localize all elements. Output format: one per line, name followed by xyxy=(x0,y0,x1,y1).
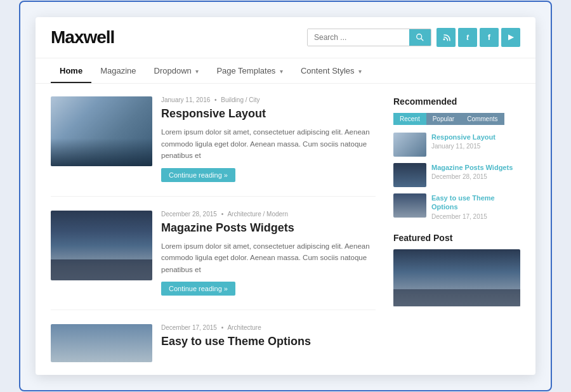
site-nav: Home Magazine Dropdown ▾ Page Templates … xyxy=(36,58,535,84)
sidebar: Recommended Recent Popular Comments Resp… xyxy=(393,96,520,362)
svg-point-2 xyxy=(443,39,445,41)
sidebar-post-2-date: December 28, 2015 xyxy=(431,173,520,180)
search-icon xyxy=(416,33,424,42)
sidebar-post-1: Responsive Layout January 11, 2015 xyxy=(393,133,520,157)
site-logo: Maxwell xyxy=(51,27,114,48)
nav-list: Home Magazine Dropdown ▾ Page Templates … xyxy=(51,58,520,83)
meta-separator: • xyxy=(221,324,224,331)
featured-thumbnail xyxy=(393,249,520,306)
post-1-category: Building / City xyxy=(221,96,259,103)
tab-recent[interactable]: Recent xyxy=(393,113,426,125)
tab-comments[interactable]: Comments xyxy=(461,113,504,125)
dropdown-arrow: ▾ xyxy=(195,68,199,75)
post-2-meta: December 28, 2015 • Architecture / Moder… xyxy=(161,211,376,218)
recommended-title: Recommended xyxy=(393,96,520,107)
nav-item-page-templates[interactable]: Page Templates ▾ xyxy=(207,58,292,83)
sidebar-post-3-title[interactable]: Easy to use Theme Options xyxy=(431,193,520,212)
sidebar-post-3-info: Easy to use Theme Options December 17, 2… xyxy=(431,193,520,220)
site-header: Maxwell xyxy=(36,17,535,58)
post-2-excerpt: Lorem ipsum dolor sit amet, consectetuer… xyxy=(161,240,376,275)
featured-section: Featured Post xyxy=(393,233,520,306)
search-input[interactable] xyxy=(308,29,409,46)
post-3-meta: December 17, 2015 • Architecture xyxy=(161,324,311,331)
post-2-body: December 28, 2015 • Architecture / Moder… xyxy=(161,211,376,296)
post-2-category: Architecture / Modern xyxy=(227,211,288,218)
browser-window: Maxwell xyxy=(36,17,535,375)
post-3-title: Easy to use Theme Options xyxy=(161,334,311,349)
page-templates-arrow: ▾ xyxy=(280,68,283,75)
header-right: t f ▶ xyxy=(307,28,520,47)
sidebar-post-1-title[interactable]: Responsive Layout xyxy=(431,133,520,141)
recommended-section: Recommended Recent Popular Comments Resp… xyxy=(393,96,520,220)
sidebar-post-3: Easy to use Theme Options December 17, 2… xyxy=(393,193,520,220)
post-3-category: Architecture xyxy=(227,324,261,331)
post-card: December 28, 2015 • Architecture / Moder… xyxy=(51,211,376,311)
post-2-date: December 28, 2015 xyxy=(161,211,217,218)
tab-buttons: Recent Popular Comments xyxy=(393,113,520,125)
meta-separator: • xyxy=(214,96,217,103)
post-card-partial: December 17, 2015 • Architecture Easy to… xyxy=(51,324,376,362)
sidebar-post-2-info: Magazine Posts Widgets December 28, 2015 xyxy=(431,163,520,180)
rss-icon[interactable] xyxy=(436,28,456,47)
sidebar-thumb-1 xyxy=(393,133,426,157)
facebook-icon[interactable]: f xyxy=(480,28,499,47)
featured-post-title: Featured Post xyxy=(393,233,520,243)
meta-separator: • xyxy=(221,211,224,218)
sidebar-thumb-3 xyxy=(393,193,426,218)
tab-popular[interactable]: Popular xyxy=(426,113,461,125)
nav-item-content-styles[interactable]: Content Styles ▾ xyxy=(292,58,371,83)
posts-column: January 11, 2016 • Building / City Respo… xyxy=(51,96,393,362)
post-3-thumbnail xyxy=(51,324,152,362)
nav-item-magazine[interactable]: Magazine xyxy=(91,58,145,83)
post-1-date: January 11, 2016 xyxy=(161,96,210,103)
sidebar-post-1-info: Responsive Layout January 11, 2015 xyxy=(431,133,520,150)
post-1-read-more[interactable]: Continue reading » xyxy=(161,168,235,182)
content-styles-arrow: ▾ xyxy=(358,68,362,75)
youtube-icon[interactable]: ▶ xyxy=(501,28,520,47)
post-3-body: December 17, 2015 • Architecture Easy to… xyxy=(161,324,311,362)
main-content: January 11, 2016 • Building / City Respo… xyxy=(36,84,535,375)
post-1-excerpt: Lorem ipsum dolor sit amet, consectetuer… xyxy=(161,126,376,161)
nav-item-home[interactable]: Home xyxy=(51,58,91,83)
social-icons: t f ▶ xyxy=(436,28,520,47)
post-1-body: January 11, 2016 • Building / City Respo… xyxy=(161,96,376,182)
post-2-read-more[interactable]: Continue reading » xyxy=(161,282,235,296)
sidebar-post-2: Magazine Posts Widgets December 28, 2015 xyxy=(393,163,520,187)
post-card: January 11, 2016 • Building / City Respo… xyxy=(51,96,376,197)
post-2-title: Magazine Posts Widgets xyxy=(161,221,376,235)
svg-point-0 xyxy=(417,34,422,39)
nav-item-dropdown[interactable]: Dropdown ▾ xyxy=(145,58,208,83)
outer-border: Maxwell xyxy=(19,1,552,391)
search-bar xyxy=(307,29,431,46)
search-button[interactable] xyxy=(409,29,431,46)
post-1-thumbnail xyxy=(51,96,152,166)
post-3-date: December 17, 2015 xyxy=(161,324,217,331)
post-2-thumbnail xyxy=(51,211,152,280)
sidebar-post-2-title[interactable]: Magazine Posts Widgets xyxy=(431,163,520,172)
post-1-meta: January 11, 2016 • Building / City xyxy=(161,96,376,103)
sidebar-post-1-date: January 11, 2015 xyxy=(431,143,520,150)
twitter-icon[interactable]: t xyxy=(458,28,477,47)
sidebar-post-3-date: December 17, 2015 xyxy=(431,213,520,220)
sidebar-thumb-2 xyxy=(393,163,426,187)
svg-line-1 xyxy=(421,39,424,41)
post-1-title: Responsive Layout xyxy=(161,107,376,121)
